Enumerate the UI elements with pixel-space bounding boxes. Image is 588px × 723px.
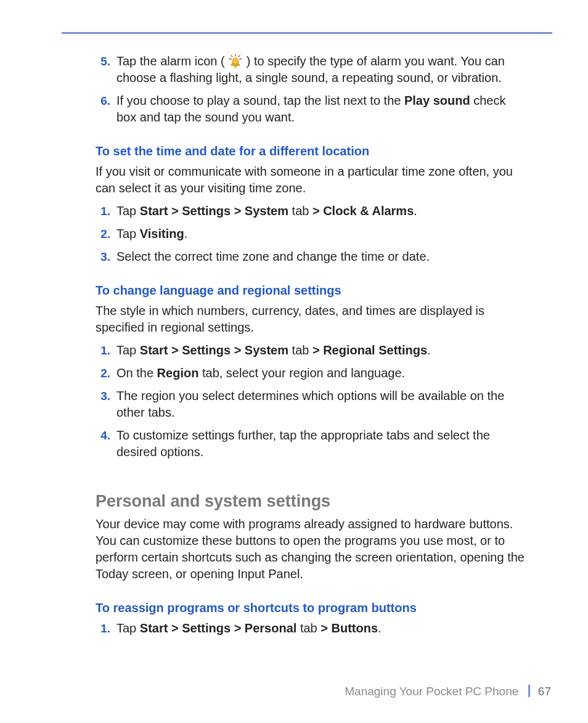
text: . (184, 227, 188, 240)
text: tab (288, 204, 312, 218)
list-body: Tap Start > Settings > Personal tab > Bu… (116, 620, 526, 637)
text: To customize settings further, tap the a… (116, 428, 490, 459)
list-body: Tap Start > Settings > System tab > Regi… (116, 342, 526, 359)
svg-point-6 (234, 65, 237, 68)
list-body: To customize settings further, tap the a… (116, 427, 526, 460)
bold-text: > Buttons (321, 621, 378, 635)
svg-line-4 (240, 59, 242, 59)
subheading-language-regional: To change language and regional settings (96, 282, 526, 299)
subheading-reassign-programs: To reassign programs or shortcuts to pro… (96, 600, 526, 616)
bold-text: > Clock & Alarms (312, 204, 414, 218)
bold-text: > Regional Settings (312, 343, 427, 357)
ordered-list-buttons: 1. Tap Start > Settings > Personal tab >… (96, 620, 526, 637)
text: tab, select your region and language. (198, 366, 405, 380)
text: Tap (116, 204, 140, 218)
text: . (414, 204, 417, 218)
svg-line-1 (231, 55, 232, 57)
text: Tap (116, 343, 140, 357)
text: tab (288, 343, 312, 357)
section-title-personal-system: Personal and system settings (96, 490, 526, 512)
page-content: 5. Tap the alarm icon ( (96, 51, 526, 643)
list-item: 3. Select the correct time zone and chan… (96, 248, 526, 265)
list-body: On the Region tab, select your region an… (116, 365, 526, 382)
paragraph: If you visit or communicate with someone… (96, 163, 526, 197)
footer-separator (528, 685, 530, 697)
bold-text: Visiting (140, 227, 184, 240)
list-item: 1. Tap Start > Settings > Personal tab >… (96, 620, 526, 637)
text: Tap the alarm icon ( (116, 54, 228, 68)
list-body: If you choose to play a sound, tap the l… (116, 92, 526, 126)
list-number: 4. (96, 427, 116, 460)
list-number: 2. (96, 226, 116, 242)
bold-text: Start > Settings > Personal (140, 621, 297, 635)
footer-chapter: Managing Your Pocket PC Phone (345, 685, 518, 698)
text: Tap (116, 227, 140, 240)
text: . (378, 621, 382, 635)
subheading-time-date-location: To set the time and date for a different… (96, 143, 526, 160)
ordered-list-location: 1. Tap Start > Settings > System tab > C… (96, 203, 526, 265)
footer-page-number: 67 (538, 685, 551, 698)
list-item: 2. On the Region tab, select your region… (96, 365, 526, 382)
list-item: 1. Tap Start > Settings > System tab > R… (96, 342, 526, 359)
bold-text: Play sound (404, 94, 470, 107)
list-body: Tap Start > Settings > System tab > Cloc… (116, 203, 526, 219)
bold-text: Start > Settings > System (140, 204, 288, 218)
text: On the (116, 366, 157, 380)
list-item: 3. The region you select determines whic… (96, 388, 526, 421)
list-item: 5. Tap the alarm icon ( (96, 53, 526, 86)
text: Tap (116, 621, 140, 635)
paragraph: The style in which numbers, currency, da… (96, 303, 526, 336)
list-body: Select the correct time zone and change … (116, 248, 526, 265)
text: Select the correct time zone and change … (116, 250, 430, 263)
list-number: 6. (96, 92, 116, 126)
list-item: 6. If you choose to play a sound, tap th… (96, 92, 526, 126)
list-number: 3. (96, 248, 116, 265)
text: tab (296, 621, 321, 635)
text: If you choose to play a sound, tap the l… (116, 94, 404, 107)
list-item: 2. Tap Visiting. (96, 226, 526, 242)
alarm-bell-icon (228, 54, 243, 68)
list-number: 1. (96, 620, 116, 637)
list-number: 3. (96, 388, 116, 421)
svg-line-3 (229, 59, 231, 59)
paragraph: Your device may come with programs alrea… (96, 516, 526, 582)
ordered-list-alarm: 5. Tap the alarm icon ( (96, 53, 526, 126)
list-body: The region you select determines which o… (116, 388, 526, 421)
text: The region you select determines which o… (116, 389, 504, 419)
list-number: 1. (96, 342, 116, 359)
list-number: 5. (96, 53, 116, 86)
list-item: 4. To customize settings further, tap th… (96, 427, 526, 460)
list-body: Tap Visiting. (116, 226, 526, 242)
list-number: 2. (96, 365, 116, 382)
bold-text: Region (157, 366, 199, 380)
page-top-rule (62, 32, 552, 34)
svg-line-2 (239, 55, 240, 57)
bold-text: Start > Settings > System (140, 343, 288, 357)
text: . (427, 343, 431, 357)
list-number: 1. (96, 203, 116, 219)
list-body: Tap the alarm icon ( (116, 53, 526, 86)
list-item: 1. Tap Start > Settings > System tab > C… (96, 203, 526, 219)
page-footer: Managing Your Pocket PC Phone 67 (345, 684, 551, 700)
ordered-list-regional: 1. Tap Start > Settings > System tab > R… (96, 342, 526, 460)
